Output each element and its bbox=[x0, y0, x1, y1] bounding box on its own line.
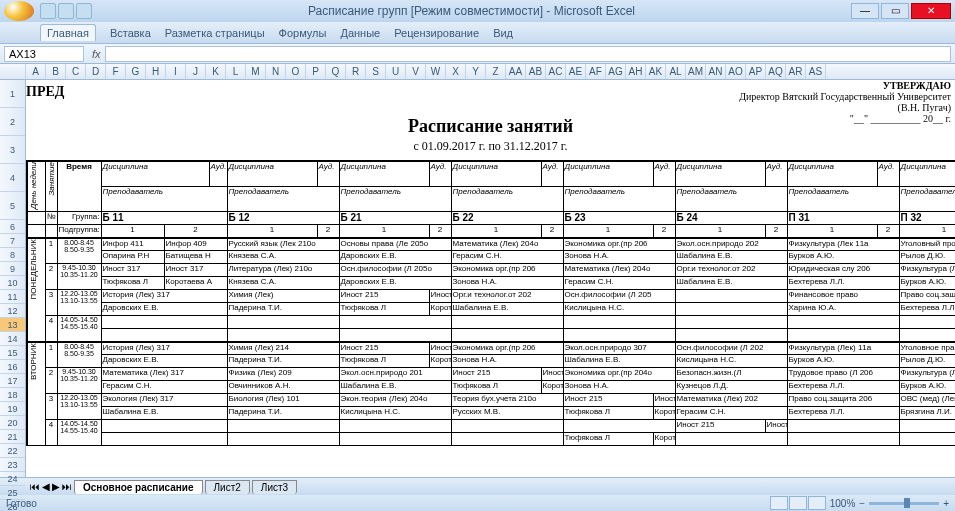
row-20[interactable]: 20 bbox=[0, 416, 25, 430]
maximize-button[interactable]: ▭ bbox=[881, 3, 909, 19]
col-D[interactable]: D bbox=[86, 64, 106, 79]
row-23[interactable]: 23 bbox=[0, 458, 25, 472]
col-AE[interactable]: AE bbox=[566, 64, 586, 79]
col-N[interactable]: N bbox=[266, 64, 286, 79]
col-Y[interactable]: Y bbox=[466, 64, 486, 79]
sheet-tab-2[interactable]: Лист2 bbox=[205, 480, 250, 494]
row-22[interactable]: 22 bbox=[0, 444, 25, 458]
row-1[interactable]: 1 bbox=[0, 80, 25, 108]
zoom-in-icon[interactable]: + bbox=[943, 498, 949, 509]
cell-teacher: Коротаева А bbox=[653, 433, 675, 446]
col-J[interactable]: J bbox=[186, 64, 206, 79]
col-AR[interactable]: AR bbox=[786, 64, 806, 79]
col-S[interactable]: S bbox=[366, 64, 386, 79]
office-button[interactable] bbox=[4, 1, 34, 21]
row-17[interactable]: 17 bbox=[0, 374, 25, 388]
row-4[interactable]: 4 bbox=[0, 164, 25, 192]
row-13[interactable]: 13 bbox=[0, 318, 25, 332]
row-5[interactable]: 5 bbox=[0, 192, 25, 220]
col-R[interactable]: R bbox=[346, 64, 366, 79]
col-O[interactable]: O bbox=[286, 64, 306, 79]
redo-icon[interactable] bbox=[76, 3, 92, 19]
col-A[interactable]: A bbox=[26, 64, 46, 79]
col-B[interactable]: B bbox=[46, 64, 66, 79]
col-AP[interactable]: AP bbox=[746, 64, 766, 79]
view-break-icon[interactable] bbox=[808, 496, 826, 510]
row-19[interactable]: 19 bbox=[0, 402, 25, 416]
tab-nav-first-icon[interactable]: ⏮ bbox=[30, 481, 40, 492]
col-AG[interactable]: AG bbox=[606, 64, 626, 79]
tab-nav-prev-icon[interactable]: ◀ bbox=[42, 481, 50, 492]
cell-sub bbox=[227, 420, 339, 433]
tab-layout[interactable]: Разметка страницы bbox=[165, 27, 265, 39]
row-9[interactable]: 9 bbox=[0, 262, 25, 276]
tab-insert[interactable]: Вставка bbox=[110, 27, 151, 39]
zoom-slider[interactable] bbox=[869, 502, 939, 505]
view-layout-icon[interactable] bbox=[789, 496, 807, 510]
name-box[interactable] bbox=[4, 46, 84, 62]
row-24[interactable]: 24 bbox=[0, 472, 25, 486]
col-AM[interactable]: AM bbox=[686, 64, 706, 79]
cell-sub: Теория бух.учета 210о bbox=[451, 394, 563, 407]
row-3[interactable]: 3 bbox=[0, 136, 25, 164]
col-X[interactable]: X bbox=[446, 64, 466, 79]
col-AN[interactable]: AN bbox=[706, 64, 726, 79]
save-icon[interactable] bbox=[40, 3, 56, 19]
row-10[interactable]: 10 bbox=[0, 276, 25, 290]
col-AH[interactable]: AH bbox=[626, 64, 646, 79]
sheet-tab-active[interactable]: Основное расписание bbox=[74, 480, 203, 494]
col-AO[interactable]: AO bbox=[726, 64, 746, 79]
row-16[interactable]: 16 bbox=[0, 360, 25, 374]
col-Q[interactable]: Q bbox=[326, 64, 346, 79]
col-Z[interactable]: Z bbox=[486, 64, 506, 79]
tab-formulas[interactable]: Формулы bbox=[279, 27, 327, 39]
select-all-corner[interactable] bbox=[0, 64, 26, 79]
tab-review[interactable]: Рецензирование bbox=[394, 27, 479, 39]
col-K[interactable]: K bbox=[206, 64, 226, 79]
tab-nav-last-icon[interactable]: ⏭ bbox=[62, 481, 72, 492]
col-C[interactable]: C bbox=[66, 64, 86, 79]
col-AS[interactable]: AS bbox=[806, 64, 826, 79]
col-H[interactable]: H bbox=[146, 64, 166, 79]
col-U[interactable]: U bbox=[386, 64, 406, 79]
row-21[interactable]: 21 bbox=[0, 430, 25, 444]
row-6[interactable]: 6 bbox=[0, 220, 25, 234]
tab-view[interactable]: Вид bbox=[493, 27, 513, 39]
undo-icon[interactable] bbox=[58, 3, 74, 19]
row-18[interactable]: 18 bbox=[0, 388, 25, 402]
col-G[interactable]: G bbox=[126, 64, 146, 79]
row-7[interactable]: 7 bbox=[0, 234, 25, 248]
view-normal-icon[interactable] bbox=[770, 496, 788, 510]
col-M[interactable]: M bbox=[246, 64, 266, 79]
row-8[interactable]: 8 bbox=[0, 248, 25, 262]
col-AB[interactable]: AB bbox=[526, 64, 546, 79]
col-AF[interactable]: AF bbox=[586, 64, 606, 79]
cell-sub: Физкультура (Лек) 11а bbox=[899, 264, 955, 277]
col-L[interactable]: L bbox=[226, 64, 246, 79]
tab-home[interactable]: Главная bbox=[40, 24, 96, 41]
col-AQ[interactable]: AQ bbox=[766, 64, 786, 79]
row-12[interactable]: 12 bbox=[0, 304, 25, 318]
row-14[interactable]: 14 bbox=[0, 332, 25, 346]
minimize-button[interactable]: — bbox=[851, 3, 879, 19]
row-11[interactable]: 11 bbox=[0, 290, 25, 304]
formula-input[interactable] bbox=[105, 46, 951, 62]
zoom-out-icon[interactable]: − bbox=[859, 498, 865, 509]
fx-icon[interactable]: fx bbox=[88, 48, 105, 60]
close-button[interactable]: ✕ bbox=[911, 3, 951, 19]
tab-data[interactable]: Данные bbox=[340, 27, 380, 39]
col-AL[interactable]: AL bbox=[666, 64, 686, 79]
sheet-tab-3[interactable]: Лист3 bbox=[252, 480, 297, 494]
row-2[interactable]: 2 bbox=[0, 108, 25, 136]
worksheet-cells[interactable]: ПРЕД УТВЕРЖДАЮ Директор Вятский Государс… bbox=[26, 80, 955, 477]
col-F[interactable]: F bbox=[106, 64, 126, 79]
col-P[interactable]: P bbox=[306, 64, 326, 79]
col-W[interactable]: W bbox=[426, 64, 446, 79]
col-AK[interactable]: AK bbox=[646, 64, 666, 79]
tab-nav-next-icon[interactable]: ▶ bbox=[52, 481, 60, 492]
col-AA[interactable]: AA bbox=[506, 64, 526, 79]
col-V[interactable]: V bbox=[406, 64, 426, 79]
col-I[interactable]: I bbox=[166, 64, 186, 79]
col-AC[interactable]: AC bbox=[546, 64, 566, 79]
row-15[interactable]: 15 bbox=[0, 346, 25, 360]
